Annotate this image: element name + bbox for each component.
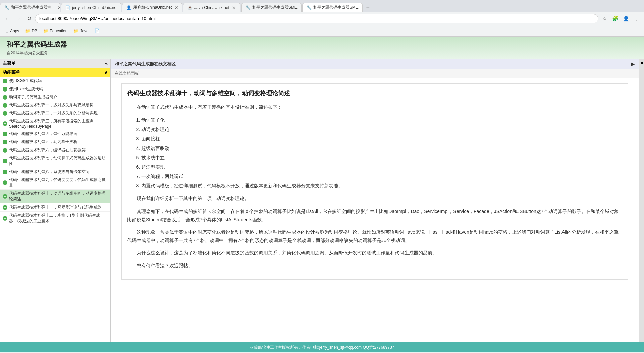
article-para2: 现在我们详细分析一下其中的第二项：动词变格理论。: [127, 194, 622, 203]
sidebar-dot-6: +: [3, 121, 7, 126]
sidebar-dot-8: +: [3, 140, 7, 144]
education-folder-icon: 📁: [43, 28, 48, 33]
file-icon: 📄: [95, 28, 100, 33]
toolbar-icons: ☆ 🧩 👤 ⋮: [600, 14, 641, 23]
content-header: 和平之翼代码生成器在线文档区 ▶: [111, 59, 639, 69]
sidebar-item-10[interactable]: + 代码生成器技术乱弹七，动词算子式代码生成器的透明性: [0, 154, 110, 168]
tab-2[interactable]: 📄 jerry_shen-ChinaUnix.ne... ✕: [61, 3, 121, 12]
page-footer: 火箭船软件工作室版权所有。作者电邮:jerry_shen_sjf@qq.com …: [0, 342, 644, 352]
list-item-1: 动词算子化: [141, 115, 622, 125]
tab-2-favicon: 📄: [65, 5, 70, 10]
article-para4: 这种现象非常类似于英语中的时态变化或者说是动词变格，所以这种代码生成器的设计被称…: [127, 228, 622, 245]
sidebar-item-6-label: 代码生成器技术乱弹三，所有字段搜索的主查询SearchByFieldsByPag…: [9, 118, 108, 129]
list-item-3: 面向接柱: [141, 134, 622, 143]
sidebar-item-12[interactable]: + 代码生成器技术乱弹九，代码变变变，代码生成器之度量: [0, 176, 110, 190]
reload-button[interactable]: ↻: [24, 14, 34, 23]
extensions-button[interactable]: 🧩: [610, 14, 620, 23]
sidebar-dot-9: +: [3, 148, 7, 153]
func-menu-collapse[interactable]: ∧: [104, 70, 108, 75]
sidebar-item-2-label: 使用Excel生成代码: [9, 86, 43, 92]
right-panel-collapse[interactable]: ◀: [639, 59, 644, 342]
sidebar-dot-2: +: [3, 87, 7, 92]
sidebar-func-menu: 功能菜单 ∧: [0, 68, 110, 77]
sidebar-item-11[interactable]: + 代码生成器技术乱弹八，系统族与笛卡尔空间: [0, 168, 110, 176]
func-menu-label: 功能菜单: [3, 69, 20, 75]
sidebar-item-8-label: 代码生成器技术乱弹五，动词算子浅析: [9, 139, 77, 145]
content-area: 和平之翼代码生成器在线文档区 ▶ 在线文档面板 代码生成器技术乱弹十，动词与多维…: [111, 59, 639, 342]
sidebar-item-2[interactable]: + 使用Excel生成代码: [0, 85, 110, 93]
bookmark-file[interactable]: 📄: [92, 27, 102, 35]
footer-text: 火箭船软件工作室版权所有。作者电邮:jerry_shen_sjf@qq.com …: [250, 345, 394, 350]
profile-button[interactable]: 👤: [621, 14, 631, 23]
tab-4-label: Java-ChinaUnix.net: [194, 5, 229, 10]
main-layout: 主菜单 « 功能菜单 ∧ + 使用SGS生成代码 + 使用Excel生成代码 +…: [0, 59, 644, 342]
list-item-4: 超级语言驱动: [141, 143, 622, 153]
sidebar-item-4[interactable]: + 代码生成器技术乱弹一，多对多关系与双域动词: [0, 101, 110, 109]
content-collapse-btn[interactable]: ▶: [631, 61, 635, 67]
tab-4-close[interactable]: ✕: [232, 5, 236, 10]
page-subtitle: 自2014年起为公众服务: [7, 50, 637, 56]
page-header: 和平之翼代码生成器 自2014年起为公众服务: [0, 37, 644, 59]
article-para6: 您有何种看法？欢迎跟帖。: [127, 261, 622, 270]
tab-6-label: 和平之翼代码生成器SME...: [313, 5, 362, 10]
content-panel-title: 和平之翼代码生成器在线文档区: [115, 61, 176, 67]
sidebar-item-8[interactable]: + 代码生成器技术乱弹五，动词算子浅析: [0, 138, 110, 146]
bookmark-apps[interactable]: ⊞ Apps: [3, 27, 22, 35]
sidebar-item-7[interactable]: + 代码生成器技术乱弹四，弹性万能界面: [0, 130, 110, 138]
tab-5[interactable]: 🔧 和平之翼代码生成器SME... ✕: [241, 3, 302, 12]
sidebar-item-4-label: 代码生成器技术乱弹一，多对多关系与双域动词: [9, 102, 94, 108]
forward-button[interactable]: →: [13, 14, 23, 23]
sidebar-dot-10: +: [3, 159, 7, 163]
sidebar-item-12-label: 代码生成器技术乱弹九，代码变变变，代码生成器之度量: [9, 177, 108, 188]
address-bar: ← → ↻ ☆ 🧩 👤 ⋮: [0, 12, 644, 25]
tab-3-close[interactable]: ✕: [174, 5, 178, 10]
back-button[interactable]: ←: [3, 14, 12, 23]
sidebar-item-13-label: 代码生成器技术乱弹十，动词与多维空间，动词变格理论简述: [9, 191, 108, 202]
sidebar-item-14[interactable]: + 代码生成器技术乱弹十一，穹罗华理论与代码生成器: [0, 203, 110, 212]
sidebar-item-6[interactable]: + 代码生成器技术乱弹三，所有字段搜索的主查询SearchByFieldsByP…: [0, 117, 110, 130]
tab-1[interactable]: 🔧 和平之翼代码生成器宝... ✕: [0, 3, 60, 12]
content-sub-label: 在线文档面板: [115, 71, 139, 76]
tab-4[interactable]: ☕ Java-ChinaUnix.net ✕: [183, 3, 240, 12]
sidebar-dot-3: +: [3, 95, 7, 100]
sidebar-dot-11: +: [3, 170, 7, 174]
sidebar-item-15[interactable]: + 代码生成器技术乱弹十二，步枪，T型车到代码生成器，模板法的工业魔术: [0, 212, 110, 225]
sidebar-dot-14: +: [3, 205, 7, 210]
tab-1-label: 和平之翼代码生成器宝...: [11, 5, 55, 10]
tab-3-label: 用户组-ChinaUnix.net: [133, 5, 172, 10]
bookmark-db-label: DB: [32, 28, 37, 33]
folder-icon: 📁: [25, 28, 30, 33]
content-sub-header: 在线文档面板: [111, 69, 639, 78]
bookmark-education[interactable]: 📁 Education: [41, 27, 70, 35]
tab-3[interactable]: 👤 用户组-ChinaUnix.net ✕: [122, 3, 182, 12]
sidebar-item-5[interactable]: + 代码生成器技术乱弹二，一对多关系的分析与实现: [0, 109, 110, 117]
sidebar-item-13[interactable]: + 代码生成器技术乱弹十，动词与多维空间，动词变格理论简述: [0, 190, 110, 203]
sidebar-item-9-label: 代码生成器技术乱弹六，编译器在拈花微笑: [9, 147, 86, 153]
list-item-8: 内置代码模板，经过详细测试，代码模板不开放，通过版本更新和代码生成器分支来支持新…: [141, 181, 622, 190]
url-input[interactable]: [35, 14, 598, 23]
sidebar-item-3[interactable]: + 动词算子式代码生成器简介: [0, 93, 110, 101]
bookmark-star-button[interactable]: ☆: [600, 14, 609, 23]
bookmark-education-label: Education: [50, 28, 67, 33]
sidebar-dot-13: +: [3, 194, 7, 199]
browser-chrome: 🔧 和平之翼代码生成器宝... ✕ 📄 jerry_shen-ChinaUnix…: [0, 0, 644, 37]
sidebar-item-7-label: 代码生成器技术乱弹四，弹性万能界面: [9, 131, 77, 137]
article-intro: 在动词算子式代码生成器中，有若干遵循的基本设计准则，简述如下：: [127, 103, 622, 111]
sidebar-item-1[interactable]: + 使用SGS生成代码: [0, 77, 110, 85]
list-item-7: 一次编程，两处调试: [141, 172, 622, 181]
article-title: 代码生成器技术乱弹十，动词与多维空间，动词变格理论简述: [127, 89, 622, 98]
article-para3: 其理念如下，在代码生成的多维笛卡尔空间，存在着某个抽象的动词算子比如说是List…: [127, 207, 622, 224]
menu-button[interactable]: ⋮: [632, 14, 641, 23]
bookmark-db[interactable]: 📁 DB: [22, 27, 40, 35]
tab-6[interactable]: 🔧 和平之翼代码生成器SME... ✕: [302, 3, 363, 12]
tab-2-label: jerry_shen-ChinaUnix.ne...: [72, 5, 120, 10]
sidebar-item-9[interactable]: + 代码生成器技术乱弹六，编译器在拈花微笑: [0, 146, 110, 154]
tab-bar: 🔧 和平之翼代码生成器宝... ✕ 📄 jerry_shen-ChinaUnix…: [0, 0, 644, 12]
article-list: 动词算子化 动词变格理论 面向接柱 超级语言驱动 技术栈中立 超泛型实现 一次编…: [141, 115, 622, 190]
main-menu-collapse[interactable]: «: [105, 61, 108, 66]
tab-1-close[interactable]: ✕: [57, 5, 60, 10]
sidebar-dot-7: +: [3, 132, 7, 136]
new-tab-button[interactable]: +: [363, 3, 373, 12]
list-item-5: 技术栈中立: [141, 153, 622, 162]
bookmark-java[interactable]: 📁 Java: [71, 27, 91, 35]
